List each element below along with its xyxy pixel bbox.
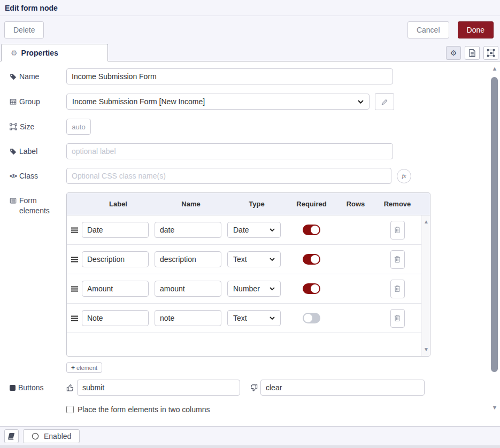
element-type-select[interactable]: Date [227, 222, 281, 238]
table-row: Date [67, 215, 421, 245]
trash-icon [394, 226, 401, 234]
two-columns-row: Place the form elements in two columns [66, 405, 500, 414]
required-toggle[interactable] [303, 225, 320, 235]
remove-element-button[interactable] [390, 309, 405, 328]
chevron-down-icon [270, 287, 275, 290]
element-label-input[interactable] [82, 222, 149, 238]
scroll-down-icon[interactable]: ▼ [422, 346, 430, 353]
appearance-icon [487, 49, 495, 57]
tag-icon [10, 73, 17, 80]
element-type-select[interactable]: Text [227, 310, 281, 326]
element-type-select[interactable]: Number [227, 281, 281, 297]
form-elements-row: Form elements Label Name Type Required R… [10, 192, 500, 357]
header-rows: Rows [337, 200, 374, 208]
code-icon: </> [10, 171, 17, 181]
trash-icon [394, 256, 401, 263]
thumbs-down-icon [250, 384, 258, 392]
tab-properties-label: Properties [21, 49, 58, 57]
table-icon [10, 98, 17, 105]
object-group-icon [10, 123, 17, 130]
circle-icon [32, 432, 39, 440]
group-select[interactable]: Income Submission Form [New Income] [66, 94, 370, 110]
drag-handle[interactable] [71, 227, 78, 233]
drag-handle[interactable] [71, 286, 78, 292]
trash-icon [394, 285, 401, 292]
remove-element-button[interactable] [390, 280, 405, 298]
header-label: Label [82, 200, 155, 208]
element-name-input[interactable] [155, 310, 221, 326]
chevron-down-icon [358, 100, 364, 104]
required-toggle[interactable] [303, 313, 320, 323]
description-tab-button[interactable] [465, 46, 480, 60]
form-elements-label: Form elements [10, 192, 66, 216]
scroll-down-icon[interactable]: ▼ [490, 404, 499, 411]
fx-icon: fx [402, 173, 406, 179]
element-name-input[interactable] [155, 251, 221, 267]
drag-handle[interactable] [71, 315, 78, 321]
edit-group-button[interactable] [375, 93, 394, 110]
class-label: </> Class [10, 171, 66, 181]
enabled-label: Enabled [44, 432, 71, 441]
node-help-button[interactable] [4, 429, 19, 443]
header-name: Name [155, 200, 227, 208]
group-row: Group Income Submission Form [New Income… [10, 93, 500, 110]
drag-handle[interactable] [71, 257, 78, 262]
element-label-input[interactable] [82, 281, 149, 297]
scrollbar-thumb[interactable] [491, 77, 498, 372]
size-auto-button[interactable]: auto [66, 119, 91, 135]
two-columns-label: Place the form elements in two columns [78, 405, 210, 414]
tab-bar: ⚙ Properties ⚙ [0, 44, 500, 61]
table-row: Text [67, 245, 421, 274]
dialog-footer: Enabled [0, 426, 500, 445]
name-label: Name [10, 72, 66, 82]
properties-tab-button[interactable]: ⚙ [446, 46, 461, 60]
book-icon [8, 432, 15, 440]
element-name-input[interactable] [155, 281, 221, 297]
fx-button[interactable]: fx [397, 169, 411, 183]
name-input[interactable] [66, 68, 393, 84]
gear-icon: ⚙ [11, 49, 18, 57]
remove-element-button[interactable] [390, 221, 405, 240]
table-body: Date Text [67, 215, 430, 356]
class-row: </> Class fx [10, 168, 500, 184]
panel-scrollbar[interactable]: ▲ ▼ [490, 63, 499, 422]
properties-panel: Name Group Income Submission Form [New I… [0, 61, 500, 426]
scroll-up-icon[interactable]: ▲ [422, 218, 430, 226]
label-input[interactable] [66, 143, 393, 159]
delete-button[interactable]: Delete [4, 21, 44, 38]
label-label: Label [10, 146, 66, 157]
required-toggle[interactable] [303, 283, 320, 294]
label-row: Label [10, 143, 500, 159]
remove-element-button[interactable] [390, 250, 405, 269]
group-label: Group [10, 97, 66, 107]
buttons-row: Buttons [10, 380, 500, 396]
two-columns-checkbox[interactable] [66, 406, 74, 413]
done-button[interactable]: Done [458, 21, 494, 38]
table-row: Number [67, 274, 421, 304]
list-icon [10, 197, 17, 204]
header-type: Type [227, 200, 286, 208]
form-elements-table: Label Name Type Required Rows Remove Dat… [66, 192, 430, 357]
element-type-select[interactable]: Text [227, 251, 281, 267]
element-label-input[interactable] [82, 310, 149, 326]
chevron-down-icon [270, 228, 275, 231]
appearance-tab-button[interactable] [483, 46, 498, 60]
submit-button-label-input[interactable] [77, 380, 240, 396]
element-name-input[interactable] [155, 222, 221, 238]
gear-icon: ⚙ [450, 49, 457, 57]
clear-button-label-input[interactable] [260, 380, 425, 396]
header-remove: Remove [374, 200, 420, 208]
table-row: Text [67, 304, 421, 333]
element-label-input[interactable] [82, 251, 149, 267]
enabled-toggle-button[interactable]: Enabled [23, 429, 80, 443]
required-toggle[interactable] [303, 254, 320, 265]
trash-icon [394, 314, 401, 322]
add-element-button[interactable]: + element [66, 362, 102, 373]
tab-icon-buttons: ⚙ [446, 46, 498, 60]
scroll-up-icon[interactable]: ▲ [490, 65, 499, 72]
class-input[interactable] [66, 168, 391, 184]
table-scrollbar[interactable]: ▲ ▼ [421, 215, 430, 356]
edit-form-node-dialog: Edit form node Delete Cancel Done ⚙ Prop… [0, 0, 500, 448]
cancel-button[interactable]: Cancel [407, 21, 449, 38]
tab-properties[interactable]: ⚙ Properties [1, 44, 108, 61]
